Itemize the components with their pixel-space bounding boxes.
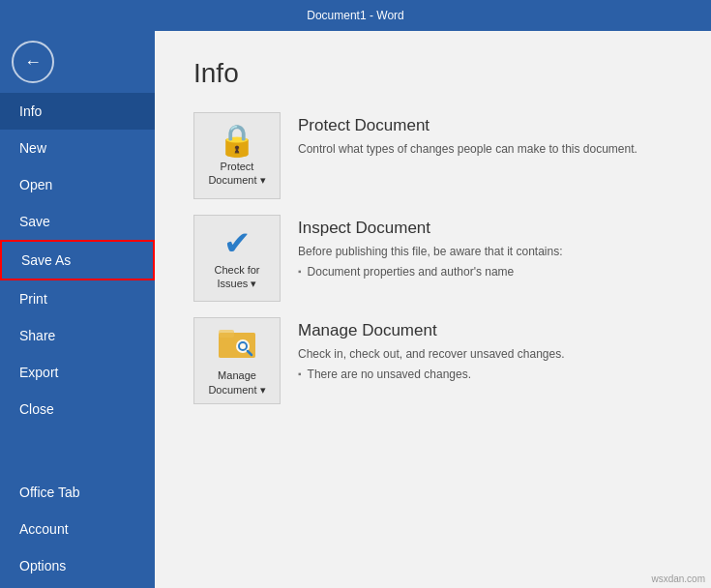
page-title: Info	[193, 58, 672, 89]
back-arrow-icon: ←	[24, 53, 42, 71]
check-for-issues-button[interactable]: ✔ Check forIssues ▾	[193, 215, 281, 302]
sidebar-item-new[interactable]: New	[0, 130, 155, 166]
manage-bullet-text-1: There are no unsaved changes.	[308, 368, 471, 381]
protect-document-card: 🔒 ProtectDocument ▾ Protect Document Con…	[193, 112, 672, 199]
inspect-bullet-text-1: Document properties and author's name	[308, 265, 515, 279]
manage-document-button[interactable]: ManageDocument ▾	[193, 317, 281, 404]
sidebar-item-export[interactable]: Export	[0, 354, 155, 391]
sidebar-label-close: Close	[19, 401, 54, 417]
sidebar-label-account: Account	[19, 521, 69, 537]
protect-document-button[interactable]: 🔒 ProtectDocument ▾	[193, 112, 281, 199]
manage-document-title: Manage Document	[298, 321, 672, 340]
sidebar-item-options[interactable]: Options	[0, 547, 155, 584]
manage-document-content: Manage Document Check in, check out, and…	[298, 317, 672, 381]
sidebar-divider	[0, 427, 155, 443]
manage-document-desc: Check in, check out, and recover unsaved…	[298, 346, 672, 363]
sidebar-item-save-as[interactable]: Save As	[0, 240, 155, 280]
sidebar-label-options: Options	[19, 558, 66, 573]
bullet-icon-1: ▪	[298, 266, 302, 277]
sidebar-item-office-tab[interactable]: Office Tab	[0, 474, 155, 511]
manage-document-card: ManageDocument ▾ Manage Document Check i…	[193, 317, 672, 404]
check-issues-label: Check forIssues ▾	[214, 263, 259, 291]
sidebar-label-office-tab: Office Tab	[19, 485, 80, 500]
watermark: wsxdan.com	[651, 573, 705, 584]
manage-document-label: ManageDocument ▾	[208, 368, 265, 397]
sidebar-label-export: Export	[19, 365, 58, 380]
sidebar-label-save-as: Save As	[21, 252, 71, 268]
sidebar-item-share[interactable]: Share	[0, 317, 155, 354]
main-container: ← Info New Open Save Save As Print Share	[0, 31, 711, 588]
sidebar-bottom: Office Tab Account Options	[0, 474, 155, 588]
bullet-icon-2: ▪	[298, 368, 302, 379]
content-area: Info 🔒 ProtectDocument ▾ Protect Documen…	[155, 31, 711, 588]
lock-icon: 🔒	[218, 125, 256, 156]
title-bar-text: Document1 - Word	[307, 9, 403, 22]
sidebar-nav: Info New Open Save Save As Print Share E…	[0, 93, 155, 588]
sidebar-item-close[interactable]: Close	[0, 391, 155, 427]
sidebar-label-new: New	[19, 140, 46, 156]
inspect-bullet-1: ▪ Document properties and author's name	[298, 265, 672, 279]
sidebar-item-account[interactable]: Account	[0, 511, 155, 547]
folder-icon	[218, 325, 256, 365]
title-bar: Document1 - Word	[0, 0, 711, 31]
sidebar-label-open: Open	[19, 177, 52, 192]
checkmark-icon: ✔	[223, 226, 251, 259]
protect-document-label: ProtectDocument ▾	[208, 160, 265, 188]
back-button[interactable]: ←	[12, 41, 54, 83]
sidebar: ← Info New Open Save Save As Print Share	[0, 31, 155, 588]
sidebar-item-info[interactable]: Info	[0, 93, 155, 130]
inspect-document-desc: Before publishing this file, be aware th…	[298, 244, 672, 260]
sidebar-item-save[interactable]: Save	[0, 203, 155, 240]
sidebar-item-open[interactable]: Open	[0, 166, 155, 203]
sidebar-label-save: Save	[19, 214, 50, 229]
inspect-document-content: Inspect Document Before publishing this …	[298, 215, 672, 279]
inspect-document-title: Inspect Document	[298, 219, 672, 238]
inspect-document-card: ✔ Check forIssues ▾ Inspect Document Bef…	[193, 215, 672, 302]
protect-document-desc: Control what types of changes people can…	[298, 141, 672, 158]
manage-bullet-1: ▪ There are no unsaved changes.	[298, 368, 672, 381]
sidebar-item-print[interactable]: Print	[0, 280, 155, 317]
sidebar-label-share: Share	[19, 328, 55, 343]
sidebar-label-info: Info	[19, 103, 42, 119]
protect-document-content: Protect Document Control what types of c…	[298, 112, 672, 162]
sidebar-label-print: Print	[19, 291, 47, 307]
protect-document-title: Protect Document	[298, 116, 672, 135]
